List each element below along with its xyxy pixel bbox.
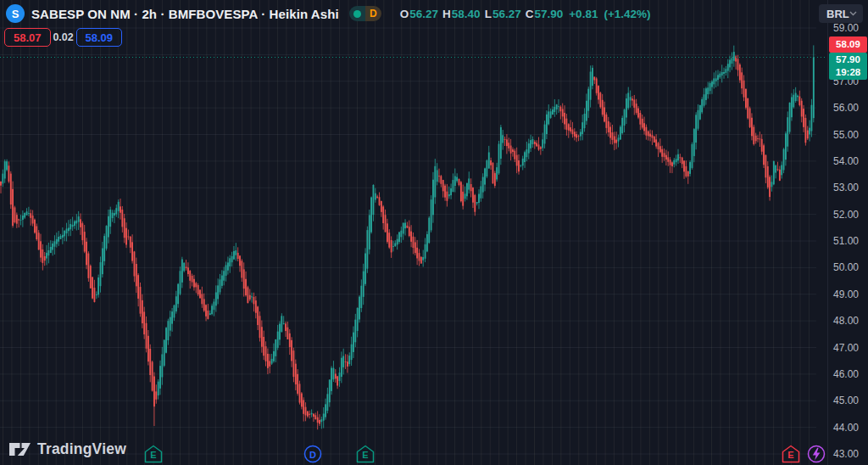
symbol-title[interactable]: SABESP ON NM · 2h · BMFBOVESPA · Heikin … — [31, 7, 339, 21]
price-tick: 54.00 — [833, 155, 859, 167]
market-status-pill[interactable]: D — [349, 6, 381, 21]
price-tick: 49.00 — [833, 289, 859, 300]
open-value: 56.27 — [409, 8, 438, 20]
last-price-axis-badge: 57.90 19:28 — [829, 53, 867, 80]
price-tick: 59.00 — [833, 22, 859, 34]
price-tick: 55.00 — [833, 129, 859, 141]
last-price-value: 57.90 — [829, 53, 867, 66]
ohlc-values: O56.27 H58.40 L56.27 C57.90 +0.81 (+1.42… — [400, 8, 651, 20]
tradingview-logo-link[interactable]: TradingView — [8, 440, 126, 458]
price-tick: 43.00 — [833, 448, 859, 460]
high-value: 58.40 — [452, 8, 481, 20]
earnings-marker[interactable]: E — [144, 445, 163, 463]
price-tick: 53.00 — [833, 182, 859, 193]
low-value: 56.27 — [492, 8, 521, 20]
tradingview-mark-icon — [8, 441, 31, 457]
open-label: O — [400, 8, 409, 20]
currency-selector[interactable]: BRL — [819, 4, 863, 23]
price-tick: 52.00 — [833, 209, 859, 221]
bid-price-button[interactable]: 58.07 — [4, 28, 51, 47]
delayed-data-badge: D — [365, 6, 381, 21]
earnings-marker[interactable]: E — [782, 445, 800, 463]
price-scale[interactable]: 59.0057.0056.0055.0054.0053.0052.0051.00… — [827, 0, 868, 465]
boost-marker[interactable] — [807, 445, 826, 463]
price-tick: 47.00 — [833, 342, 859, 354]
price-tick: 50.00 — [833, 261, 859, 273]
bid-ask-row: 58.07 0.02 58.09 — [4, 28, 122, 47]
grid-layer — [0, 0, 816, 465]
bar-countdown: 19:28 — [829, 66, 867, 79]
candles-layer — [0, 45, 815, 429]
event-letter: D — [309, 450, 316, 460]
price-scale-border — [827, 0, 828, 465]
price-tick: 44.00 — [833, 422, 859, 434]
price-chart[interactable] — [0, 0, 868, 465]
close-label: C — [526, 8, 534, 20]
price-tick: 45.00 — [833, 395, 859, 406]
price-tick: 46.00 — [833, 368, 859, 380]
symbol-logo[interactable]: S — [6, 4, 25, 23]
ask-price-axis-badge: 58.09 — [829, 36, 867, 53]
price-tick: 51.00 — [833, 235, 859, 247]
chevron-down-icon — [849, 11, 857, 16]
spread-value: 0.02 — [51, 31, 76, 43]
chart-header: S SABESP ON NM · 2h · BMFBOVESPA · Heiki… — [6, 4, 651, 23]
price-tick: 48.00 — [833, 315, 859, 327]
market-open-icon — [349, 6, 365, 21]
close-value: 57.90 — [534, 8, 563, 20]
ask-price-button[interactable]: 58.09 — [76, 28, 123, 47]
tradingview-wordmark: TradingView — [37, 440, 126, 458]
price-tick: 56.00 — [833, 102, 859, 114]
change-value: +0.81 — [569, 8, 598, 20]
change-percent: (+1.42%) — [604, 8, 650, 20]
currency-label: BRL — [826, 8, 849, 20]
low-label: L — [485, 8, 492, 20]
tradingview-chart-widget: S SABESP ON NM · 2h · BMFBOVESPA · Heiki… — [0, 0, 868, 465]
dividends-marker[interactable]: D — [303, 445, 322, 463]
event-letter: E — [150, 450, 156, 460]
event-letter: E — [787, 450, 793, 460]
earnings-marker[interactable]: E — [356, 445, 375, 463]
event-letter: E — [362, 450, 368, 460]
high-label: H — [442, 8, 451, 20]
